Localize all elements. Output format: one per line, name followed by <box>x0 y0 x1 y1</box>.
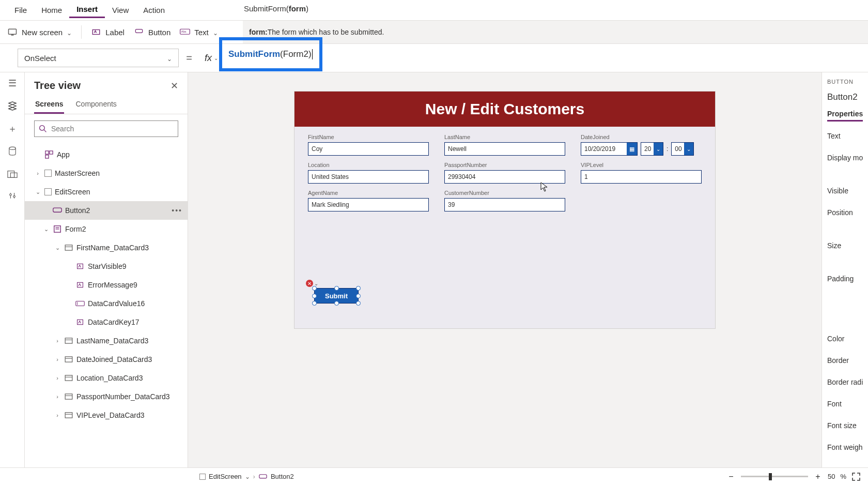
svg-rect-0 <box>9 29 17 34</box>
selected-control[interactable]: ✕ ⌄ Submit <box>314 288 359 304</box>
chevron-down-icon[interactable] <box>245 473 250 480</box>
breadcrumb-screen[interactable]: EditScreen <box>209 473 242 480</box>
resize-handle[interactable] <box>334 301 339 306</box>
canvas-area[interactable]: New / Edit Customers FirstName Coy LastN… <box>188 72 822 467</box>
error-indicator[interactable]: ✕ ⌄ <box>306 280 318 287</box>
tree-node-location-card[interactable]: › Location_DataCard3 <box>25 369 188 387</box>
field-lastname: LastName Newell <box>444 134 565 156</box>
resize-handle[interactable] <box>312 294 317 298</box>
hour-dropdown[interactable]: 20⌄ <box>641 142 663 156</box>
data-icon[interactable] <box>7 146 18 157</box>
tab-components[interactable]: Components <box>74 96 117 114</box>
svg-point-11 <box>40 126 45 131</box>
tree-label: LastName_DataCard3 <box>76 337 148 345</box>
more-icon[interactable]: ••• <box>172 206 182 215</box>
tree-search[interactable] <box>34 120 178 137</box>
fx-icon[interactable]: fx⌄ <box>199 49 223 67</box>
tree-node-firstname-card[interactable]: ⌄ FirstName_DataCard3 <box>25 238 188 257</box>
menu-file[interactable]: File <box>7 4 34 17</box>
passport-input[interactable]: 29930404 <box>444 170 565 184</box>
submit-button[interactable]: Submit <box>314 288 359 304</box>
tree-node-master[interactable]: › MasterScreen <box>25 164 188 183</box>
firstname-input[interactable]: Coy <box>308 142 429 156</box>
fit-to-window-icon[interactable] <box>851 472 861 481</box>
insert-icon[interactable]: ＋ <box>7 123 18 134</box>
formula-input[interactable]: SubmitForm(Form2) <box>223 49 318 67</box>
field-datejoined: DateJoined 10/20/2019 ▦ 20⌄ : 00⌄ <box>581 134 702 156</box>
prop-row[interactable]: Display mo <box>827 150 863 165</box>
lastname-input[interactable]: Newell <box>444 142 565 156</box>
tree-node-form2[interactable]: ⌄ Form2 <box>25 220 188 238</box>
prop-row[interactable]: Border <box>827 353 863 368</box>
tree-node-datejoined-card[interactable]: › DateJoined_DataCard3 <box>25 350 188 369</box>
property-dropdown[interactable]: OnSelect <box>18 49 179 67</box>
prop-row[interactable]: Size <box>827 238 863 253</box>
zoom-out-button[interactable]: − <box>726 472 736 481</box>
tree-node-passport-card[interactable]: › PassportNumber_DataCard3 <box>25 387 188 406</box>
field-firstname: FirstName Coy <box>308 134 429 156</box>
tree-node-editscreen[interactable]: ⌄ EditScreen <box>25 183 188 201</box>
tab-properties[interactable]: Properties <box>827 110 863 122</box>
tree-label: EditScreen <box>55 188 90 196</box>
prop-row[interactable]: Position <box>827 205 863 220</box>
customerno-input[interactable]: 39 <box>444 198 565 211</box>
tree-node-app[interactable]: App <box>25 145 188 164</box>
calendar-icon[interactable]: ▦ <box>627 143 637 155</box>
advanced-tools-icon[interactable] <box>7 191 18 203</box>
new-screen-button[interactable]: New screen <box>7 27 72 37</box>
zoom-slider[interactable] <box>741 476 808 477</box>
app-canvas[interactable]: New / Edit Customers FirstName Coy LastN… <box>294 91 716 329</box>
resize-handle[interactable] <box>334 286 339 291</box>
tree-node-starvisible[interactable]: StarVisible9 <box>25 257 188 276</box>
status-bar: EditScreen › Button2 − + 50 % <box>0 467 868 485</box>
zoom-in-button[interactable]: + <box>813 472 823 481</box>
tree-node-datacardkey[interactable]: DataCardKey17 <box>25 313 188 331</box>
date-input[interactable]: 10/20/2019 ▦ <box>581 142 638 156</box>
insert-text-button[interactable]: Abc Text <box>180 27 218 37</box>
prop-row[interactable]: Text <box>827 129 863 143</box>
prop-row[interactable]: Font <box>827 397 863 411</box>
field-label: Location <box>308 162 429 168</box>
tree-search-input[interactable] <box>51 125 174 133</box>
media-icon[interactable] <box>7 169 18 180</box>
tree-node-vip-card[interactable]: › VIPLevel_DataCard3 <box>25 406 188 425</box>
svg-rect-33 <box>65 394 72 399</box>
agent-input[interactable]: Mark Siedling <box>308 198 429 211</box>
tree-label: DataCardKey17 <box>88 318 140 326</box>
prop-row[interactable]: Font weigh <box>827 440 863 454</box>
form-icon <box>53 224 62 234</box>
field-customerno: CustomerNumber 39 <box>444 190 565 211</box>
hamburger-icon[interactable]: ☰ <box>7 78 18 89</box>
prop-row[interactable]: Font size <box>827 418 863 433</box>
resize-handle[interactable] <box>356 294 361 298</box>
prop-row[interactable]: Padding <box>827 271 863 286</box>
field-vip: VIPLevel 1 <box>581 162 702 184</box>
properties-panel: BUTTON Button2 Properties Text Display m… <box>822 72 868 467</box>
chevron-down-icon: ⌄ <box>654 143 663 155</box>
prop-row[interactable]: Visible <box>827 184 863 198</box>
insert-button-button[interactable]: Button <box>134 27 171 37</box>
prop-row[interactable]: Border radi <box>827 375 863 389</box>
resize-handle[interactable] <box>356 301 361 306</box>
tree-view-icon[interactable] <box>7 100 18 112</box>
prop-row[interactable]: Color <box>827 331 863 346</box>
menu-insert[interactable]: Insert <box>69 3 105 18</box>
close-icon[interactable]: ✕ <box>171 80 178 92</box>
zoom-thumb[interactable] <box>769 473 772 480</box>
breadcrumb-control[interactable]: Button2 <box>271 473 294 480</box>
menu-home[interactable]: Home <box>34 4 69 17</box>
tree-node-button2[interactable]: Button2 ••• <box>25 201 188 220</box>
tree-node-errormessage[interactable]: ErrorMessage9 <box>25 276 188 294</box>
vip-input[interactable]: 1 <box>581 170 702 184</box>
tab-screens[interactable]: Screens <box>34 96 64 114</box>
resize-handle[interactable] <box>312 301 317 306</box>
menu-view[interactable]: View <box>105 4 136 17</box>
insert-label-button[interactable]: Label <box>91 27 125 37</box>
location-input[interactable]: United States <box>308 170 429 184</box>
menu-action[interactable]: Action <box>136 4 172 17</box>
tree-node-datacardvalue[interactable]: DataCardValue16 <box>25 294 188 313</box>
resize-handle[interactable] <box>356 286 361 291</box>
resize-handle[interactable] <box>312 286 317 291</box>
tree-node-lastname-card[interactable]: › LastName_DataCard3 <box>25 331 188 350</box>
minute-dropdown[interactable]: 00⌄ <box>671 142 694 156</box>
